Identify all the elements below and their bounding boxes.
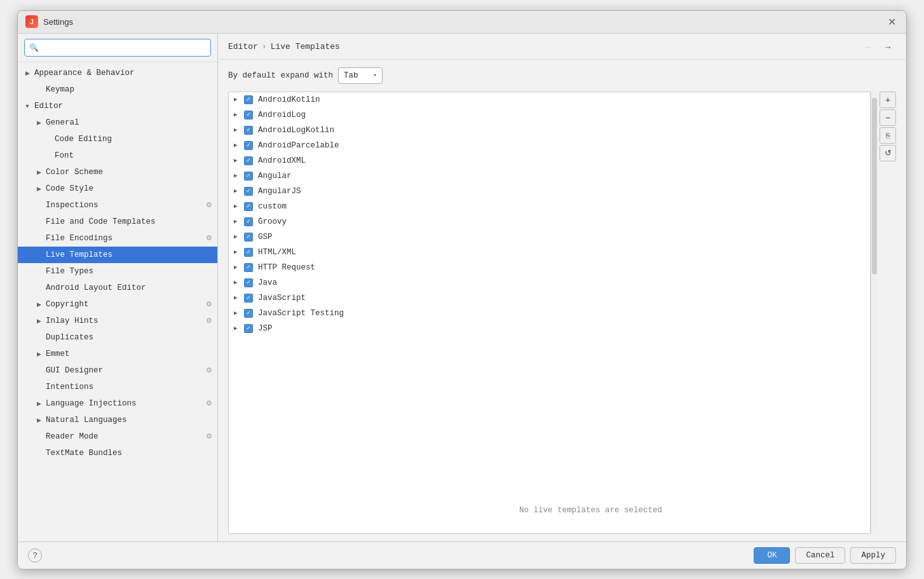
group-chevron-icon: ▶ [234,279,241,286]
group-checkbox[interactable] [244,187,253,196]
search-wrapper: 🔍 [18,34,217,62]
sidebar-item-copyright[interactable]: ▶ Copyright ⚙ [18,296,217,313]
close-button[interactable]: ✕ [885,15,899,29]
sidebar-item-textmate-bundles[interactable]: ▶ TextMate Bundles [18,445,217,461]
group-checkbox[interactable] [244,111,253,119]
group-name: JSP [258,324,273,333]
group-name: JavaScript Testing [258,309,344,318]
group-checkbox[interactable] [244,324,253,333]
chevron-right-icon: ▶ [34,399,43,408]
sidebar-item-editor[interactable]: ▼ Editor [18,98,217,114]
side-buttons-panel: + − ⎘ ↺ [877,92,896,534]
sidebar-item-font[interactable]: ▶ Font [18,147,217,164]
sidebar-item-label: Android Layout Editor [46,283,146,292]
vertical-scrollbar[interactable] [871,92,877,534]
nav-forward-button[interactable]: → [880,40,896,54]
remove-template-button[interactable]: − [880,109,896,126]
sidebar-item-live-templates[interactable]: ▶ Live Templates [18,247,217,263]
reset-template-button[interactable]: ↺ [880,145,896,161]
template-group-row[interactable]: ▶ AndroidParcelable [229,138,870,153]
breadcrumb-part1: Editor [228,42,258,51]
sidebar-item-keymap[interactable]: ▶ Keymap [18,81,217,98]
group-checkbox[interactable] [244,233,253,242]
template-group-row[interactable]: ▶ HTML/XML [229,245,870,260]
sidebar-item-android-layout-editor[interactable]: ▶ Android Layout Editor [18,280,217,296]
sidebar-item-gui-designer[interactable]: ▶ GUI Designer ⚙ [18,362,217,379]
search-input[interactable] [24,39,211,57]
template-group-row[interactable]: ▶ AngularJS [229,184,870,199]
template-group-row[interactable]: ▶ AndroidLogKotlin [229,123,870,138]
template-group-row[interactable]: ▶ JSP [229,321,870,336]
sidebar-item-duplicates[interactable]: ▶ Duplicates [18,329,217,346]
gear-icon: ⚙ [206,300,212,308]
group-checkbox[interactable] [244,95,253,104]
sidebar-item-color-scheme[interactable]: ▶ Color Scheme [18,164,217,181]
sidebar-item-appearance[interactable]: ▶ Appearance & Behavior [18,65,217,81]
chevron-right-icon: ▶ [34,184,43,193]
group-checkbox[interactable] [244,294,253,303]
cancel-button[interactable]: Cancel [795,547,845,564]
ok-button[interactable]: OK [754,547,790,564]
chevron-down-icon: ▼ [23,102,32,111]
template-group-row[interactable]: ▶ Java [229,275,870,290]
panel-content: By default expand with Tab ▾ ▶ [218,60,906,542]
template-group-row[interactable]: ▶ GSP [229,229,870,245]
sidebar-item-general[interactable]: ▶ General [18,114,217,131]
template-group-row[interactable]: ▶ Groovy [229,214,870,229]
group-checkbox[interactable] [244,141,253,150]
sidebar-item-inspections[interactable]: ▶ Inspections ⚙ [18,197,217,214]
group-chevron-icon: ▶ [234,233,241,240]
apply-button[interactable]: Apply [850,547,896,564]
expand-with-dropdown[interactable]: Tab ▾ [338,67,383,84]
title-bar: J Settings ✕ [18,11,906,34]
group-checkbox[interactable] [244,248,253,257]
sidebar-item-file-encodings[interactable]: ▶ File Encodings ⚙ [18,230,217,247]
help-button[interactable]: ? [28,548,42,562]
sidebar-item-inlay-hints[interactable]: ▶ Inlay Hints ⚙ [18,313,217,329]
gear-icon: ⚙ [206,366,212,374]
copy-template-button[interactable]: ⎘ [880,127,896,144]
chevron-right-icon: ▶ [34,416,43,425]
template-group-row[interactable]: ▶ AndroidXML [229,153,870,168]
nav-back-button[interactable]: ← [860,40,877,54]
group-chevron-icon: ▶ [234,187,241,194]
group-chevron-icon: ▶ [234,203,241,210]
sidebar-item-file-types[interactable]: ▶ File Types [18,263,217,280]
group-checkbox[interactable] [244,309,253,318]
main-content: 🔍 ▶ Appearance & Behavior ▶ Keymap ▼ Edi… [18,34,906,542]
sidebar-item-reader-mode[interactable]: ▶ Reader Mode ⚙ [18,428,217,445]
template-group-row[interactable]: ▶ custom [229,199,870,214]
group-checkbox[interactable] [244,263,253,272]
sidebar-item-label: Keymap [46,85,74,94]
group-chevron-icon: ▶ [234,157,241,164]
template-group-row[interactable]: ▶ AndroidLog [229,107,870,123]
sidebar-item-label: General [46,118,79,127]
scrollbar-thumb[interactable] [872,98,877,275]
sidebar-item-label: Intentions [46,383,93,392]
sidebar-item-file-code-templates[interactable]: ▶ File and Code Templates [18,214,217,230]
sidebar-item-emmet[interactable]: ▶ Emmet [18,346,217,362]
template-group-row[interactable]: ▶ AndroidKotlin [229,92,870,107]
group-chevron-icon: ▶ [234,142,241,149]
chevron-right-icon: ▶ [34,168,43,177]
group-checkbox[interactable] [244,172,253,181]
sidebar-item-code-editing[interactable]: ▶ Code Editing [18,131,217,147]
group-name: Java [258,278,277,287]
group-chevron-icon: ▶ [234,310,241,317]
group-checkbox[interactable] [244,202,253,211]
group-checkbox[interactable] [244,126,253,135]
breadcrumb: Editor › Live Templates [228,42,340,51]
group-checkbox[interactable] [244,278,253,287]
template-group-row[interactable]: ▶ JavaScript [229,290,870,306]
add-template-button[interactable]: + [880,92,896,108]
breadcrumb-part2: Live Templates [271,42,340,51]
group-checkbox[interactable] [244,217,253,226]
template-group-row[interactable]: ▶ HTTP Request [229,260,870,275]
sidebar-item-natural-languages[interactable]: ▶ Natural Languages [18,412,217,428]
group-checkbox[interactable] [244,156,253,165]
template-group-row[interactable]: ▶ Angular [229,168,870,184]
template-group-row[interactable]: ▶ JavaScript Testing [229,306,870,321]
sidebar-item-language-injections[interactable]: ▶ Language Injections ⚙ [18,395,217,412]
sidebar-item-intentions[interactable]: ▶ Intentions [18,379,217,395]
sidebar-item-code-style[interactable]: ▶ Code Style [18,181,217,197]
